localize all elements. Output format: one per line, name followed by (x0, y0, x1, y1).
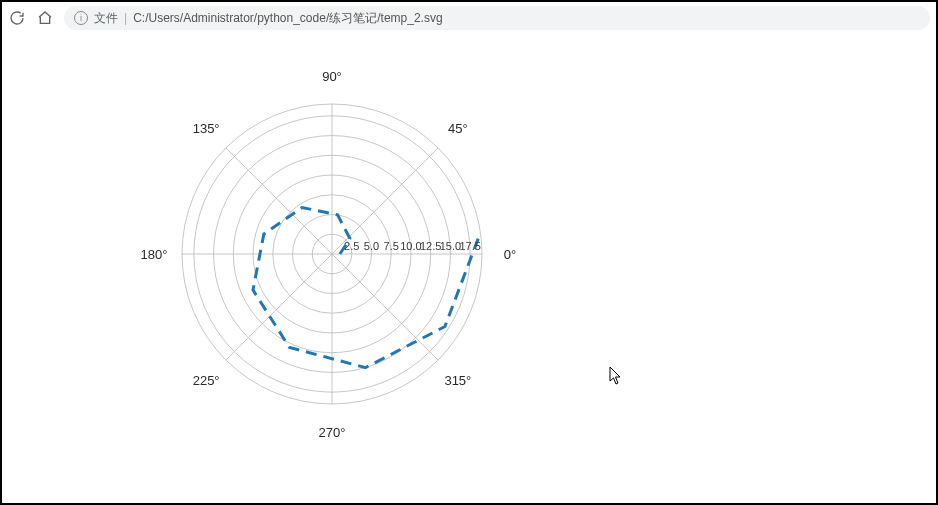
radial-tick-label: 17.5 (459, 240, 480, 252)
svg-line-9 (332, 148, 438, 254)
radial-tick-label: 2.5 (344, 240, 359, 252)
angle-label: 180° (141, 247, 168, 262)
angle-label: 315° (444, 372, 471, 387)
angle-label: 0° (504, 247, 516, 262)
radial-tick-label: 10.0 (400, 240, 421, 252)
browser-toolbar: i 文件 | C:/Users/Administrator/python_cod… (2, 2, 936, 34)
radial-tick-label: 5.0 (364, 240, 379, 252)
polar-chart: 0°45°90°135°180°225°270°315°2.55.07.510.… (132, 54, 532, 454)
angle-label: 270° (319, 425, 346, 440)
angle-label: 135° (193, 121, 220, 136)
svg-line-13 (226, 254, 332, 360)
svg-line-15 (332, 254, 438, 360)
svg-line-11 (226, 148, 332, 254)
radial-tick-label: 15.0 (440, 240, 461, 252)
address-info-label: 文件 (94, 10, 118, 27)
address-separator: | (124, 11, 127, 25)
angle-label: 90° (322, 69, 342, 84)
info-icon[interactable]: i (74, 11, 88, 25)
home-icon[interactable] (36, 9, 54, 27)
polar-grid-svg (132, 54, 532, 454)
address-bar[interactable]: i 文件 | C:/Users/Administrator/python_cod… (64, 6, 930, 30)
reload-icon[interactable] (8, 9, 26, 27)
page-content: 0°45°90°135°180°225°270°315°2.55.07.510.… (2, 34, 936, 503)
angle-label: 45° (448, 121, 468, 136)
radial-tick-label: 12.5 (420, 240, 441, 252)
angle-label: 225° (193, 372, 220, 387)
mouse-cursor (609, 366, 623, 386)
address-path: C:/Users/Administrator/python_code/练习笔记/… (133, 10, 442, 27)
radial-tick-label: 7.5 (384, 240, 399, 252)
